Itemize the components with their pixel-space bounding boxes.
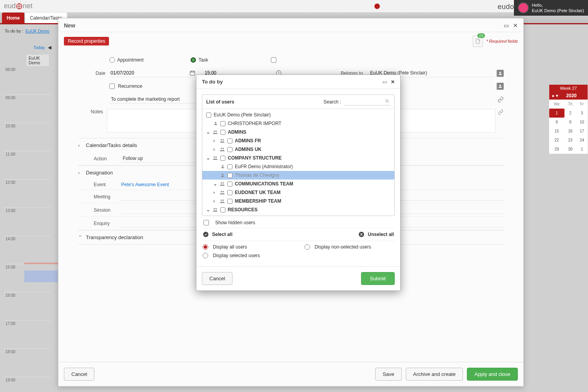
chevron-right-icon[interactable]: › — [213, 190, 217, 195]
apply-close-button[interactable]: Apply and close — [467, 368, 518, 381]
today-link[interactable]: Today — [33, 45, 45, 50]
tree-group-row[interactable]: › ADMINS FR — [202, 136, 394, 145]
cal-day[interactable]: 15 — [549, 127, 564, 136]
tree-group-row[interactable]: ⌄ COMMUNICATIONS TEAM — [202, 180, 394, 188]
chevron-down-icon[interactable]: ⌄ — [206, 155, 210, 161]
show-hidden-users-checkbox[interactable]: Show hidden users — [202, 216, 395, 228]
calendar-icon[interactable] — [189, 70, 196, 76]
cal-day[interactable]: 1 — [576, 145, 588, 154]
group-checkbox[interactable] — [227, 147, 232, 152]
group-checkbox[interactable] — [227, 138, 232, 143]
link-icon[interactable] — [498, 109, 504, 115]
year-prev-icon[interactable]: ▸ ▾ — [552, 93, 558, 98]
unknown-checkbox[interactable] — [271, 57, 276, 63]
group-checkbox[interactable] — [227, 190, 232, 195]
time-slot: 16:00 — [4, 292, 51, 321]
recurrence-checkbox[interactable]: Recurrence — [109, 83, 142, 89]
person-icon — [220, 164, 225, 169]
year-label: 2020 — [566, 93, 577, 98]
group-checkbox[interactable] — [220, 130, 225, 135]
check-circle-icon[interactable] — [203, 231, 209, 238]
cal-day[interactable]: 2 — [564, 109, 576, 118]
svg-point-12 — [223, 148, 224, 149]
group-checkbox[interactable] — [227, 181, 232, 187]
svg-point-3 — [499, 72, 501, 73]
tree-group-row[interactable]: › ADMINS UK — [202, 145, 394, 154]
x-circle-icon[interactable] — [358, 231, 365, 238]
search-icon[interactable] — [385, 99, 390, 103]
svg-point-21 — [221, 200, 222, 201]
radio-display-all[interactable]: Display all users — [203, 244, 289, 250]
tree-group-row[interactable]: › EUDONET UK TEAM — [202, 188, 394, 197]
group-checkbox[interactable] — [220, 156, 225, 161]
tree-group-row[interactable]: ⌄ RESOURCES — [202, 205, 394, 214]
tree-user-row[interactable]: EuUK Demo (Pete Sinclair) — [202, 111, 394, 119]
cancel-button[interactable]: Cancel — [64, 368, 94, 381]
user-panel[interactable]: Hello, EuUK Demo (Pete Sinclair) — [514, 0, 588, 16]
cal-day[interactable]: 9 — [564, 118, 576, 127]
cal-day[interactable]: 17 — [576, 127, 588, 136]
tree-group-row[interactable]: ⌄ ADMINS — [202, 128, 394, 136]
save-button[interactable]: Save — [375, 368, 402, 381]
cal-day[interactable]: 3 — [576, 109, 588, 118]
radio-appointment[interactable]: Appointment — [109, 57, 143, 63]
user-checkbox[interactable] — [206, 113, 211, 118]
unselect-all-link[interactable]: Unselect all — [368, 232, 394, 237]
inner-submit-button[interactable]: Submit — [361, 272, 395, 285]
attachment-button[interactable]: (0) — [473, 35, 483, 47]
search-input[interactable] — [343, 98, 390, 105]
chevron-down-icon[interactable]: ⌄ — [206, 207, 210, 212]
select-all-link[interactable]: Select all — [212, 232, 232, 237]
week-label: Week 27 — [549, 85, 588, 92]
chevron-right-icon[interactable]: › — [213, 198, 217, 204]
chevron-down-icon[interactable]: ⌄ — [213, 181, 217, 187]
group-checkbox[interactable] — [220, 207, 225, 212]
link-icon[interactable] — [497, 96, 504, 103]
tree-user-row[interactable]: CHRISTOPHER IMPORT — [202, 119, 394, 128]
chevron-down-icon[interactable]: ⌄ — [206, 129, 210, 135]
group-checkbox[interactable] — [227, 199, 232, 204]
todoby-value[interactable]: EuUK Demo — [25, 29, 49, 33]
radio-display-selected[interactable]: Display selected users — [203, 253, 289, 258]
date-field[interactable] — [109, 69, 196, 77]
list-of-users-label: List of users — [206, 99, 323, 105]
user-checkbox[interactable] — [227, 164, 232, 169]
user-tree[interactable]: EuUK Demo (Pete Sinclair) CHRISTOPHER IM… — [202, 109, 394, 216]
cal-day[interactable]: 29 — [549, 145, 564, 154]
radio-display-nonselected[interactable]: Display non-selected users — [305, 244, 391, 250]
record-properties-badge[interactable]: Record properties — [64, 37, 109, 45]
tab-home[interactable]: Home — [2, 13, 24, 23]
event-link[interactable]: Pete's Awesome Event — [121, 182, 169, 187]
greeting-text: Hello, — [532, 2, 584, 8]
tree-group-row[interactable]: ⌄ COMPANY STRUCTURE — [202, 154, 394, 162]
cal-day[interactable]: 8 — [549, 118, 564, 127]
user-picker-icon[interactable] — [497, 83, 504, 90]
inner-cancel-button[interactable]: Cancel — [202, 272, 232, 285]
action-label: Action — [94, 156, 121, 162]
modal-header: New ▭ ✕ — [58, 18, 523, 32]
user-checkbox[interactable] — [227, 173, 232, 178]
user-checkbox[interactable] — [220, 121, 225, 126]
maximize-icon[interactable]: ▭ — [383, 79, 387, 85]
tree-user-row-selected[interactable]: Thomas de Chevigny — [202, 171, 394, 180]
user-picker-icon[interactable] — [497, 70, 504, 77]
cal-day[interactable]: 10 — [576, 118, 588, 127]
cal-day[interactable]: 16 — [564, 127, 576, 136]
tree-group-row[interactable]: › MEMBERSHIP TEAM — [202, 197, 394, 205]
close-icon[interactable]: ✕ — [391, 79, 395, 85]
cal-day[interactable]: 30 — [564, 145, 576, 154]
maximize-icon[interactable]: ▭ — [504, 22, 509, 29]
archive-create-button[interactable]: Archive and create — [406, 368, 463, 381]
cal-day[interactable]: 23 — [564, 136, 576, 145]
cal-day[interactable]: 22 — [549, 136, 564, 145]
chevron-right-icon[interactable]: › — [213, 147, 217, 152]
close-icon[interactable]: ✕ — [513, 22, 518, 29]
chevron-right-icon[interactable]: › — [213, 138, 217, 143]
selected-slot[interactable] — [24, 270, 58, 282]
nav-prev-icon[interactable]: ◀ — [48, 45, 51, 50]
cal-day[interactable]: 24 — [576, 136, 588, 145]
radio-task[interactable]: Task — [191, 57, 208, 63]
tree-user-row[interactable]: EuFR Demo (Administrator) — [202, 162, 394, 171]
date-input[interactable] — [109, 69, 189, 77]
cal-day[interactable]: 1 — [549, 109, 564, 118]
